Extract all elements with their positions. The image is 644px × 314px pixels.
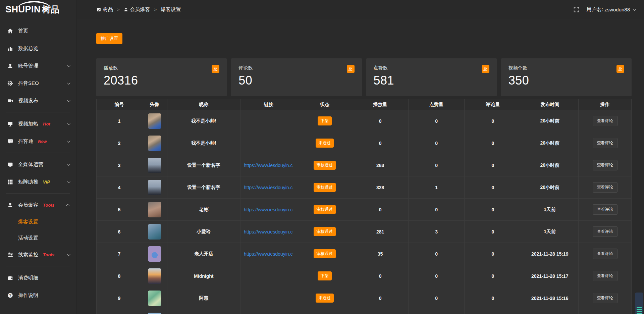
user-icon <box>7 63 13 69</box>
sidebar-item-douketong[interactable]: 抖客通New <box>0 133 76 150</box>
view-comments-button[interactable]: 查看评论 <box>593 160 618 170</box>
sidebar-item-operation-guide[interactable]: ?操作说明 <box>0 286 76 304</box>
cell-status: 下架 <box>297 110 352 132</box>
view-comments-button[interactable]: 查看评论 <box>593 204 618 215</box>
view-comments-button[interactable]: 查看评论 <box>593 271 618 281</box>
cell-link: https://www.iesdouyin.c <box>240 154 297 176</box>
widget-segment <box>637 311 642 312</box>
sidebar-item-douyin-seo[interactable]: 抖音SEO <box>0 74 76 92</box>
avatar <box>148 291 161 306</box>
total-badge: 总 <box>616 65 624 73</box>
user-menu[interactable]: 用户名: zswodun88 <box>587 6 635 13</box>
view-comments-button[interactable]: 查看评论 <box>593 116 618 126</box>
sidebar-item-video-heat[interactable]: 视频加热Hot <box>0 115 76 133</box>
menu-tag: New <box>38 139 47 144</box>
status-badge: 未通过 <box>316 294 334 303</box>
sidebar-item-account-manage[interactable]: 账号管理 <box>0 57 76 74</box>
cell-plays: 263 <box>352 154 408 176</box>
username-label: 用户名: <box>587 6 603 13</box>
cell-comments: 0 <box>465 176 521 199</box>
cell-nickname <box>167 309 240 314</box>
sidebar-item-all-media[interactable]: 全媒体运营 <box>0 156 76 173</box>
sidebar-item-matrix-boost[interactable]: 矩阵助推VIP <box>0 173 76 191</box>
sidebar-item-data-overview[interactable]: 数据总览 <box>0 40 76 57</box>
cell-likes: 0 <box>408 287 464 309</box>
table-row: 2 我不是小帅! 未通过 0 0 0 20小时前 查看评论 <box>97 132 632 154</box>
cell-id: 2 <box>97 132 142 154</box>
cell-avatar <box>142 110 167 132</box>
video-link[interactable]: https://www.iesdouyin.c <box>244 185 293 190</box>
sidebar-menu: 首页数据总览账号管理抖音SEO视频发布视频加热Hot抖客通New全媒体运营矩阵助… <box>0 19 76 304</box>
avatar <box>148 136 161 151</box>
sidebar-subitem-activity-settings[interactable]: 活动设置 <box>0 230 76 246</box>
app-window: SHUPIN 树品 首页数据总览账号管理抖音SEO视频发布视频加热Hot抖客通N… <box>0 0 644 314</box>
cell-avatar <box>142 265 167 287</box>
promo-settings-button[interactable]: 推广设置 <box>96 33 122 44</box>
cell-action: 查看评论 <box>579 243 632 265</box>
video-link[interactable]: https://www.iesdouyin.c <box>244 251 293 257</box>
cell-publish-time: 1天前 <box>521 199 579 221</box>
cell-status: 未通过 <box>297 132 352 154</box>
table-row: 1 我不是小帅! 下架 0 0 0 20小时前 查看评论 <box>97 110 632 132</box>
table-row: 9 阿慧 未通过 0 0 0 2021-11-28 15:16 查看评论 <box>97 287 632 309</box>
cell-comments: 0 <box>465 154 521 176</box>
stat-label: 点赞数 <box>374 65 388 71</box>
stat-label: 评论数 <box>238 65 253 71</box>
breadcrumb-item[interactable]: 树品 <box>97 6 113 13</box>
cell-likes <box>408 309 464 314</box>
sliders-icon <box>7 252 13 258</box>
stat-label: 视频个数 <box>508 65 527 71</box>
cell-plays: 328 <box>352 176 408 199</box>
chevron-down-icon <box>67 180 70 183</box>
view-comments-button[interactable]: 查看评论 <box>593 249 618 259</box>
sidebar-item-home[interactable]: 首页 <box>0 22 76 40</box>
sidebar-item-clue-monitor[interactable]: 线索监控Tools <box>0 246 76 263</box>
cell-avatar <box>142 199 167 221</box>
cell-plays: 0 <box>352 287 408 309</box>
video-link[interactable]: https://www.iesdouyin.c <box>244 163 293 168</box>
view-comments-button[interactable]: 查看评论 <box>593 226 618 237</box>
menu-divider <box>6 266 70 266</box>
cell-link <box>240 309 297 314</box>
status-badge: 审核通过 <box>314 183 336 192</box>
stat-card: 点赞数 总 581 <box>366 58 497 96</box>
menu-tag: VIP <box>43 179 50 185</box>
sidebar-item-consume-detail[interactable]: 消费明细 <box>0 269 76 286</box>
cell-nickname: 我不是小帅! <box>167 132 240 154</box>
cell-publish-time: 20小时前 <box>521 154 579 176</box>
menu-divider <box>6 112 70 112</box>
video-link[interactable]: https://www.iesdouyin.c <box>244 229 293 234</box>
stat-card: 视频个数 总 350 <box>501 58 632 96</box>
monitor-icon <box>7 162 13 167</box>
column-header: 链接 <box>240 99 297 110</box>
view-comments-button[interactable]: 查看评论 <box>593 138 618 148</box>
cell-comments: 0 <box>465 221 521 243</box>
stat-card: 播放数 总 20316 <box>96 58 227 96</box>
menu-divider <box>6 153 70 153</box>
fullscreen-icon[interactable] <box>574 7 579 12</box>
status-badge: 审核通过 <box>314 249 336 258</box>
sidebar-item-member-baoke[interactable]: 会员爆客Tools <box>0 196 76 214</box>
cell-action: 查看评论 <box>579 132 632 154</box>
sidebar-subitem-baoke-settings[interactable]: 爆客设置 <box>0 214 76 230</box>
chat-icon <box>7 139 13 144</box>
video-link[interactable]: https://www.iesdouyin.c <box>244 207 293 212</box>
breadcrumb-separator: > <box>117 7 120 12</box>
cell-likes: 0 <box>408 154 464 176</box>
cell-likes: 0 <box>408 265 464 287</box>
floating-widget[interactable] <box>635 293 643 314</box>
stat-value: 350 <box>508 73 624 88</box>
cell-action: 查看评论 <box>579 287 632 309</box>
breadcrumb-item[interactable]: 会员爆客 <box>124 6 150 13</box>
sidebar-item-video-publish[interactable]: 视频发布 <box>0 92 76 109</box>
view-comments-button[interactable]: 查看评论 <box>593 293 618 303</box>
column-header: 评论量 <box>465 99 521 110</box>
cell-id: 7 <box>97 243 142 265</box>
breadcrumb-item[interactable]: 爆客设置 <box>161 6 181 13</box>
cell-avatar <box>142 287 167 309</box>
cell-publish-time: 2021-11-28 15:19 <box>521 243 579 265</box>
cell-likes: 0 <box>408 199 464 221</box>
status-badge: 审核通过 <box>314 205 336 214</box>
breadcrumb: 树品>会员爆客>爆客设置 <box>97 6 181 13</box>
view-comments-button[interactable]: 查看评论 <box>593 182 618 193</box>
